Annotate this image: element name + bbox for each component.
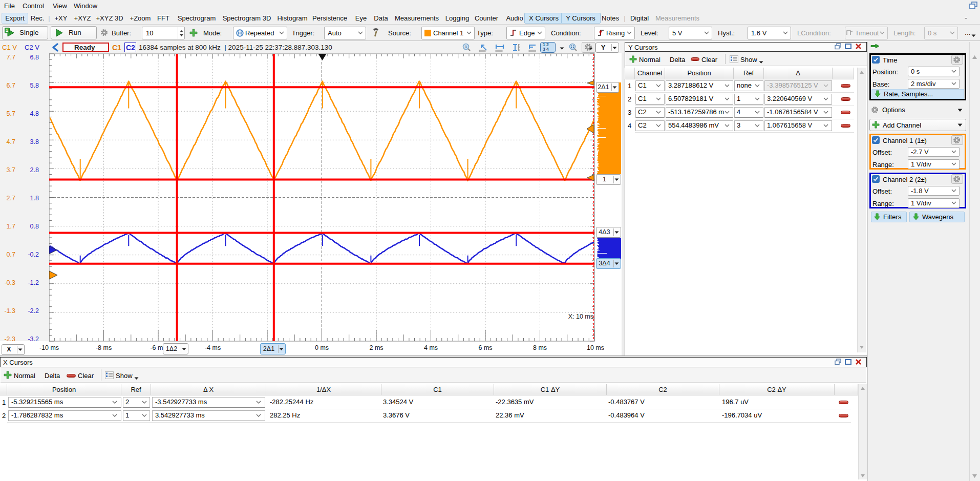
svg-text:1: 1 <box>465 45 467 49</box>
